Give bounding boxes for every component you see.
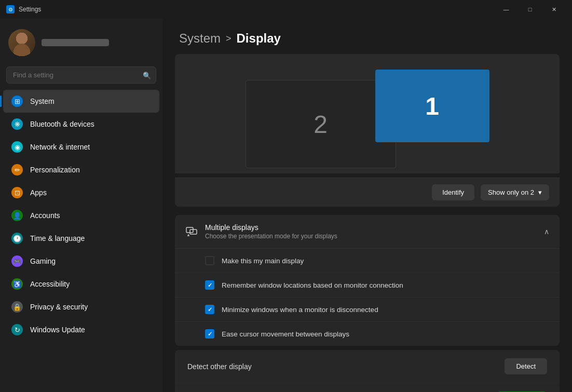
maximize-button[interactable]: □ — [518, 1, 542, 18]
checkbox-ease-cursor[interactable]: ✓ — [205, 329, 214, 339]
checkbox-main-display — [205, 256, 214, 265]
settings-app-icon: ⚙ — [6, 5, 15, 13]
nav-icon-windows-update: ↻ — [11, 324, 23, 335]
sidebar-item-bluetooth[interactable]: ❋ Bluetooth & devices — [3, 113, 159, 136]
section-row-remember-window: ✓ Remember window locations based on mon… — [175, 273, 560, 298]
nav-label-network: Network & internet — [30, 143, 90, 151]
titlebar: ⚙ Settings — □ ✕ — [0, 0, 572, 19]
titlebar-controls: — □ ✕ — [494, 1, 566, 18]
nav-label-bluetooth: Bluetooth & devices — [30, 120, 94, 128]
multiple-displays-icon — [185, 225, 198, 238]
nav-label-windows-update: Windows Update — [30, 326, 85, 334]
sidebar: 🔍 ⊞ System ❋ Bluetooth & devices ◉ Netwo… — [0, 19, 162, 392]
breadcrumb-separator: > — [226, 33, 231, 44]
monitor-1-label: 1 — [425, 92, 439, 120]
sidebar-item-time[interactable]: 🕐 Time & language — [3, 227, 159, 250]
sidebar-item-gaming[interactable]: 🎮 Gaming — [3, 250, 159, 273]
nav-label-apps: Apps — [30, 188, 47, 197]
sidebar-item-personalization[interactable]: ✏ Personalization — [3, 158, 159, 181]
section-title-block: Multiple displays Choose the presentatio… — [205, 223, 337, 240]
breadcrumb-parent: System — [179, 31, 221, 46]
titlebar-left: ⚙ Settings — [6, 5, 41, 13]
sidebar-item-network[interactable]: ◉ Network & internet — [3, 136, 159, 158]
show-only-label: Show only on 2 — [488, 188, 534, 196]
search-input[interactable] — [6, 66, 156, 84]
nav-label-time: Time & language — [30, 234, 85, 242]
row-label-main-display: Make this my main display — [222, 257, 304, 265]
section-row-main-display: Make this my main display — [175, 249, 560, 273]
close-button[interactable]: ✕ — [542, 1, 566, 18]
collapse-chevron-icon: ∧ — [544, 227, 549, 236]
action-rows: Detect other display Detect Connect to a… — [175, 350, 560, 392]
display-controls: Identify Show only on 2 ▾ — [175, 178, 560, 207]
user-profile[interactable] — [0, 19, 162, 64]
nav-icon-system: ⊞ — [11, 96, 23, 107]
connect-wireless-row: Connect to a wireless display Connect — [175, 383, 560, 392]
monitor-2-label: 2 — [314, 110, 328, 139]
detect-display-row: Detect other display Detect — [175, 350, 560, 383]
sidebar-item-privacy[interactable]: 🔒 Privacy & security — [3, 295, 159, 318]
checkbox-remember-window[interactable]: ✓ — [205, 280, 214, 290]
section-subtitle: Choose the presentation mode for your di… — [205, 233, 337, 240]
nav-label-accounts: Accounts — [30, 211, 60, 220]
search-icon: 🔍 — [143, 71, 151, 79]
dropdown-chevron-icon: ▾ — [538, 188, 542, 196]
sidebar-item-accounts[interactable]: 👤 Accounts — [3, 204, 159, 227]
nav-icon-time: 🕐 — [11, 233, 23, 244]
section-title: Multiple displays — [205, 223, 337, 232]
nav-list: ⊞ System ❋ Bluetooth & devices ◉ Network… — [0, 90, 162, 341]
minimize-button[interactable]: — — [494, 1, 518, 18]
nav-label-accessibility: Accessibility — [30, 280, 70, 288]
nav-icon-accounts: 👤 — [11, 210, 23, 221]
content-area: System > Display 2 1 Identify Show only … — [162, 19, 572, 392]
section-header[interactable]: Multiple displays Choose the presentatio… — [175, 215, 560, 249]
monitor-2[interactable]: 2 — [246, 80, 396, 168]
nav-icon-bluetooth: ❋ — [11, 118, 23, 130]
sidebar-item-apps[interactable]: ⊡ Apps — [3, 181, 159, 204]
svg-point-3 — [13, 44, 30, 56]
nav-icon-network: ◉ — [11, 141, 23, 153]
row-label-minimize-windows: Minimize windows when a monitor is disco… — [222, 306, 378, 314]
monitor-1[interactable]: 1 — [375, 70, 489, 142]
row-label-ease-cursor: Ease cursor movement between displays — [222, 330, 349, 338]
section-row-minimize-windows: ✓ Minimize windows when a monitor is dis… — [175, 298, 560, 322]
titlebar-title: Settings — [19, 6, 41, 13]
checkbox-minimize-windows[interactable]: ✓ — [205, 305, 214, 314]
section-row-ease-cursor: ✓ Ease cursor movement between displays — [175, 322, 560, 346]
sidebar-item-system[interactable]: ⊞ System — [3, 90, 159, 113]
identify-button[interactable]: Identify — [432, 184, 474, 200]
nav-label-system: System — [30, 97, 55, 105]
nav-label-gaming: Gaming — [30, 257, 56, 265]
user-name — [42, 39, 109, 46]
row-label-remember-window: Remember window locations based on monit… — [222, 281, 403, 289]
avatar — [8, 29, 35, 56]
breadcrumb-current: Display — [237, 31, 281, 46]
avatar-image — [8, 29, 35, 56]
nav-icon-gaming: 🎮 — [11, 255, 23, 267]
multiple-displays-section: Multiple displays Choose the presentatio… — [175, 215, 560, 346]
section-rows: Make this my main display ✓ Remember win… — [175, 249, 560, 346]
nav-icon-privacy: 🔒 — [11, 301, 23, 313]
nav-icon-personalization: ✏ — [11, 164, 23, 175]
detect-display-label: Detect other display — [187, 362, 252, 371]
show-only-dropdown[interactable]: Show only on 2 ▾ — [481, 184, 549, 200]
sidebar-item-accessibility[interactable]: ♿ Accessibility — [3, 273, 159, 295]
app-body: 🔍 ⊞ System ❋ Bluetooth & devices ◉ Netwo… — [0, 19, 572, 392]
breadcrumb: System > Display — [162, 19, 572, 54]
sidebar-item-windows-update[interactable]: ↻ Windows Update — [3, 318, 159, 341]
svg-point-2 — [16, 33, 28, 44]
search-bar: 🔍 — [6, 66, 156, 84]
nav-label-personalization: Personalization — [30, 166, 80, 174]
nav-icon-accessibility: ♿ — [11, 278, 23, 290]
nav-label-privacy: Privacy & security — [30, 303, 88, 311]
nav-icon-apps: ⊡ — [11, 187, 23, 198]
display-preview: 2 1 — [175, 54, 560, 173]
section-header-left: Multiple displays Choose the presentatio… — [185, 223, 337, 240]
detect-button[interactable]: Detect — [505, 358, 547, 374]
